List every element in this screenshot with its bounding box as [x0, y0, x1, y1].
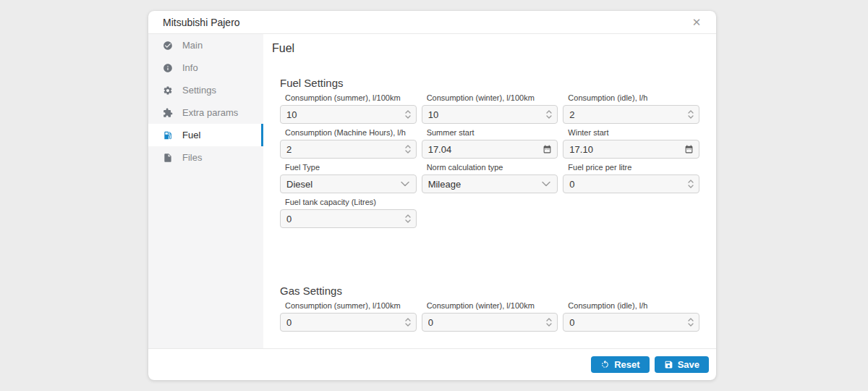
spinner-icon[interactable]	[688, 317, 694, 327]
field-label: Fuel Type	[285, 163, 417, 172]
field-consumption-winter: Consumption (winter), l/100km	[422, 93, 558, 124]
fuel-settings-grid: Consumption (summer), l/100km Consumptio…	[280, 93, 699, 228]
norm-calculation-type-select[interactable]: Mileage	[422, 175, 558, 193]
dialog-header: Mitsubishi Pajero ✕	[148, 11, 716, 34]
save-button-label: Save	[678, 359, 699, 370]
sidebar-item-extra-params[interactable]: Extra params	[148, 101, 263, 124]
consumption-idle-input[interactable]	[563, 105, 699, 124]
chevron-down-icon	[542, 182, 550, 187]
gas-settings-heading: Gas Settings	[280, 285, 699, 297]
fuel-settings-heading: Fuel Settings	[280, 77, 699, 89]
field-gas-consumption-summer: Consumption (summer), l/100km	[280, 301, 417, 332]
vehicle-settings-dialog: Mitsubishi Pajero ✕ Main Info Settings E…	[148, 11, 716, 380]
field-gas-consumption-idle: Consumption (idle), l/h	[563, 301, 699, 332]
spinner-icon[interactable]	[546, 317, 552, 327]
spinner-icon[interactable]	[405, 214, 411, 224]
field-fuel-type: Fuel Type Diesel	[280, 163, 417, 193]
fuel-type-value: Diesel	[286, 179, 312, 190]
field-fuel-tank-capacity: Fuel tank capacity (Litres)	[280, 198, 417, 228]
file-icon	[163, 153, 173, 163]
field-gas-consumption-winter: Consumption (winter), l/100km	[422, 301, 558, 332]
gas-consumption-idle-input[interactable]	[563, 313, 699, 332]
sidebar-item-label: Fuel	[182, 130, 200, 140]
sidebar-item-fuel[interactable]: Fuel	[148, 124, 263, 146]
reset-button-label: Reset	[614, 359, 639, 370]
sidebar-item-label: Files	[182, 152, 202, 163]
field-label: Consumption (winter), l/100km	[427, 93, 558, 102]
spinner-icon[interactable]	[546, 109, 552, 119]
calendar-icon[interactable]	[542, 145, 552, 154]
sidebar-item-main[interactable]: Main	[148, 34, 263, 56]
sidebar-item-info[interactable]: Info	[148, 56, 263, 79]
norm-calculation-type-value: Mileage	[428, 179, 461, 190]
spinner-icon[interactable]	[405, 317, 411, 327]
field-label: Consumption (idle), l/h	[568, 93, 699, 102]
field-label: Fuel tank capacity (Litres)	[285, 198, 417, 206]
fuel-settings-section: Fuel Settings Consumption (summer), l/10…	[280, 77, 699, 228]
field-norm-calculation-type: Norm calculation type Mileage	[422, 163, 558, 193]
field-label: Norm calculation type	[427, 163, 558, 172]
summer-start-input[interactable]	[422, 140, 558, 159]
puzzle-icon	[163, 108, 173, 118]
field-consumption-summer: Consumption (summer), l/100km	[280, 93, 417, 124]
dialog-footer: Reset Save	[148, 348, 716, 380]
field-label: Consumption (summer), l/100km	[285, 93, 417, 102]
field-label: Fuel price per litre	[568, 163, 699, 172]
fuel-price-input[interactable]	[563, 175, 699, 193]
gas-settings-section: Gas Settings Consumption (summer), l/100…	[280, 285, 699, 332]
chevron-down-icon	[401, 182, 409, 187]
fuel-pump-icon	[163, 130, 173, 140]
dialog-title: Mitsubishi Pajero	[163, 17, 240, 28]
save-button[interactable]: Save	[655, 356, 709, 373]
field-consumption-machine-hours: Consumption (Machine Hours), l/h	[280, 128, 417, 159]
consumption-winter-input[interactable]	[422, 105, 558, 124]
gas-consumption-summer-input[interactable]	[280, 313, 417, 332]
sidebar-item-files[interactable]: Files	[148, 146, 263, 169]
field-label: Consumption (winter), l/100km	[427, 301, 558, 310]
consumption-machine-hours-input[interactable]	[280, 140, 417, 159]
spinner-icon[interactable]	[405, 144, 411, 154]
calendar-icon[interactable]	[684, 145, 694, 154]
field-label: Winter start	[568, 128, 699, 137]
sidebar-item-label: Extra params	[182, 107, 238, 118]
field-winter-start: Winter start	[563, 128, 699, 159]
fuel-type-select[interactable]: Diesel	[280, 175, 417, 193]
field-label: Consumption (summer), l/100km	[285, 301, 417, 310]
save-icon	[664, 360, 673, 369]
undo-icon	[600, 360, 610, 369]
info-circle-icon	[163, 63, 173, 73]
field-label: Consumption (idle), l/h	[568, 301, 699, 310]
page-title: Fuel	[272, 42, 700, 55]
close-button[interactable]: ✕	[690, 16, 703, 29]
fuel-tank-capacity-input[interactable]	[280, 209, 417, 228]
sidebar-item-label: Info	[182, 62, 198, 73]
sidebar-item-settings[interactable]: Settings	[148, 79, 263, 101]
sidebar-item-label: Main	[182, 40, 203, 51]
field-fuel-price: Fuel price per litre	[563, 163, 699, 193]
sidebar: Main Info Settings Extra params Fuel Fil…	[148, 34, 263, 348]
dialog-body: Main Info Settings Extra params Fuel Fil…	[148, 34, 716, 348]
field-label: Summer start	[427, 128, 558, 137]
winter-start-input[interactable]	[563, 140, 699, 159]
consumption-summer-input[interactable]	[280, 105, 417, 124]
gas-consumption-winter-input[interactable]	[422, 313, 558, 332]
gas-settings-grid: Consumption (summer), l/100km Consumptio…	[280, 301, 699, 332]
gear-icon	[163, 85, 173, 96]
fuel-page: Fuel Fuel Settings Consumption (summer),…	[263, 34, 716, 348]
check-circle-icon	[163, 41, 173, 51]
close-icon: ✕	[692, 17, 702, 28]
spinner-icon[interactable]	[688, 179, 694, 189]
reset-button[interactable]: Reset	[591, 356, 649, 373]
field-consumption-idle: Consumption (idle), l/h	[563, 93, 699, 124]
field-summer-start: Summer start	[422, 128, 558, 159]
field-label: Consumption (Machine Hours), l/h	[285, 128, 417, 137]
spinner-icon[interactable]	[405, 109, 411, 119]
spinner-icon[interactable]	[688, 109, 694, 119]
sidebar-item-label: Settings	[182, 85, 216, 96]
